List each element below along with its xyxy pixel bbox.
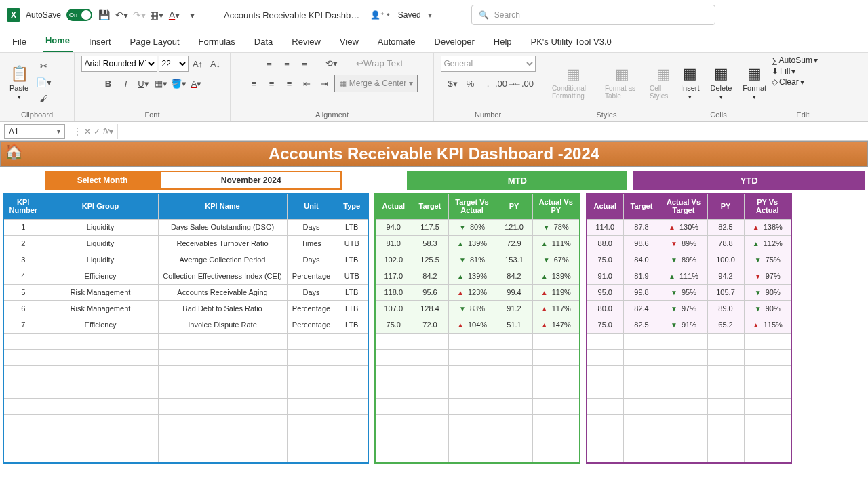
fill-color-button[interactable]: 🪣▾ [171,76,187,91]
share-icon[interactable]: 👤⁺ • [370,10,390,20]
number-format-select[interactable]: General [441,56,536,72]
autosave-toggle[interactable]: On [66,9,92,21]
table-row[interactable] [3,382,368,398]
table-row[interactable] [375,333,580,349]
table-row[interactable] [375,349,580,365]
table-row[interactable]: 91.081.9▲ 111%94.2▼ 97% [587,268,791,284]
customize-qa-icon[interactable]: ▾ [186,9,198,21]
table-row[interactable] [3,414,368,431]
cut-icon[interactable]: ✂ [35,59,52,74]
increase-font-icon[interactable]: A↑ [190,56,206,71]
table-row[interactable] [587,414,791,431]
table-row[interactable]: 81.058.3▲ 139%72.9▲ 111% [375,235,580,252]
merge-center-button[interactable]: ▦ Merge & Center ▾ [334,75,418,92]
table-row[interactable]: 114.087.8▲ 130%82.5▲ 138% [587,219,791,235]
table-row[interactable] [587,382,791,398]
copy-icon[interactable]: 📄▾ [35,75,52,90]
table-row[interactable]: 102.0125.5▼ 81%153.1▼ 67% [375,252,580,268]
decrease-font-icon[interactable]: A↓ [208,56,224,71]
tab-data[interactable]: Data [252,33,275,52]
format-as-table-button[interactable]: ▦Format as Table [601,64,643,101]
home-icon[interactable]: 🏠 [5,143,23,161]
align-top-icon[interactable]: ≡ [261,56,277,71]
redo-icon[interactable]: ↷▾ [133,9,145,21]
decrease-decimal-icon[interactable]: ←.00 [515,76,532,91]
table-row[interactable]: 75.082.5▼ 91%65.2▲ 115% [587,317,791,333]
italic-button[interactable]: I [118,76,134,91]
autosum-button[interactable]: ∑ AutoSum ▾ [772,56,818,65]
borders-button[interactable]: ▦▾ [153,76,170,91]
tab-help[interactable]: Help [491,33,515,52]
table-row[interactable]: 75.084.0▼ 89%100.0▼ 75% [587,252,791,268]
wrap-text-button[interactable]: ↩ Wrap Text [356,56,403,71]
decrease-indent-icon[interactable]: ⇤ [299,76,315,91]
chevron-down-icon[interactable]: ▾ [428,10,432,20]
table-row[interactable] [3,398,368,414]
percent-icon[interactable]: % [462,76,479,91]
table-row[interactable] [587,349,791,365]
fill-button[interactable]: ⬇ Fill ▾ [772,66,795,76]
comma-icon[interactable]: , [480,76,496,91]
table-row[interactable] [375,447,580,463]
table-row[interactable] [3,447,368,463]
table-row[interactable]: 88.098.6▼ 89%78.8▲ 112% [587,235,791,252]
tab-view[interactable]: View [337,33,361,52]
fx-icon[interactable]: fx▾ [103,127,113,136]
table-row[interactable]: 118.095.6▲ 123%99.4▲ 119% [375,284,580,300]
font-size-select[interactable]: 22 [159,56,189,72]
table-row[interactable] [587,447,791,463]
conditional-formatting-button[interactable]: ▦Conditional Formatting [548,64,598,101]
table-row[interactable] [375,398,580,414]
align-middle-icon[interactable]: ≡ [279,56,295,71]
align-center-icon[interactable]: ≡ [264,76,280,91]
format-painter-icon[interactable]: 🖌 [35,92,52,106]
increase-decimal-icon[interactable]: .00→ [498,76,514,91]
saved-status[interactable]: Saved [398,10,421,20]
table-row[interactable]: 95.099.8▼ 95%105.7▼ 90% [587,284,791,300]
font-color-button[interactable]: A▾ [189,76,205,91]
tab-automate[interactable]: Automate [375,33,418,52]
tab-review[interactable]: Review [289,33,323,52]
currency-icon[interactable]: $▾ [445,76,461,91]
increase-indent-icon[interactable]: ⇥ [317,76,333,91]
orientation-icon[interactable]: ⟲▾ [323,56,340,71]
table-row[interactable] [375,414,580,431]
table-row[interactable] [3,365,368,382]
formula-input[interactable] [117,124,868,139]
font-color-qa-icon[interactable]: A▾ [168,9,180,21]
search-input[interactable]: 🔍 Search [471,5,715,25]
table-row[interactable]: 94.0117.5▼ 80%121.0▼ 78% [375,219,580,235]
table-row[interactable]: 75.072.0▲ 104%51.1▲ 147% [375,317,580,333]
grip-icon[interactable]: ⋮ [73,127,81,136]
bold-button[interactable]: B [100,76,117,91]
name-box[interactable]: A1▾ [4,124,65,139]
tab-insert[interactable]: Insert [86,33,114,52]
table-row[interactable]: 3LiquidityAverage Collection PeriodDaysL… [3,252,368,268]
insert-cells-button[interactable]: ▦Insert▾ [677,64,704,102]
select-month-value[interactable]: November 2024 [160,171,342,190]
table-row[interactable] [375,365,580,382]
table-row[interactable] [375,382,580,398]
table-row[interactable] [587,365,791,382]
table-row[interactable]: 4EfficiencyCollection Effectiveness Inde… [3,268,368,284]
delete-cells-button[interactable]: ▦Delete▾ [707,64,736,102]
tab-developer[interactable]: Developer [432,33,477,52]
table-row[interactable] [375,431,580,447]
tab-pk-s-utility-tool-v3-0[interactable]: PK's Utility Tool V3.0 [528,33,614,52]
underline-button[interactable]: U▾ [136,76,152,91]
tab-file[interactable]: File [9,33,29,52]
align-bottom-icon[interactable]: ≡ [296,56,313,71]
enter-formula-icon[interactable]: ✓ [94,127,100,136]
table-row[interactable]: 117.084.2▲ 139%84.2▲ 139% [375,268,580,284]
save-icon[interactable]: 💾 [98,9,110,21]
table-row[interactable] [587,398,791,414]
table-row[interactable] [3,333,368,349]
clear-button[interactable]: ◇ Clear ▾ [772,77,804,87]
paste-button[interactable]: 📋Paste▾ [5,64,33,102]
tab-formulas[interactable]: Formulas [196,33,238,52]
tab-home[interactable]: Home [43,31,73,52]
align-right-icon[interactable]: ≡ [281,76,298,91]
font-name-select[interactable]: Arial Rounded MT [81,56,157,72]
table-row[interactable]: 107.0128.4▼ 83%91.2▲ 117% [375,300,580,317]
borders-qa-icon[interactable]: ▦▾ [151,9,163,21]
